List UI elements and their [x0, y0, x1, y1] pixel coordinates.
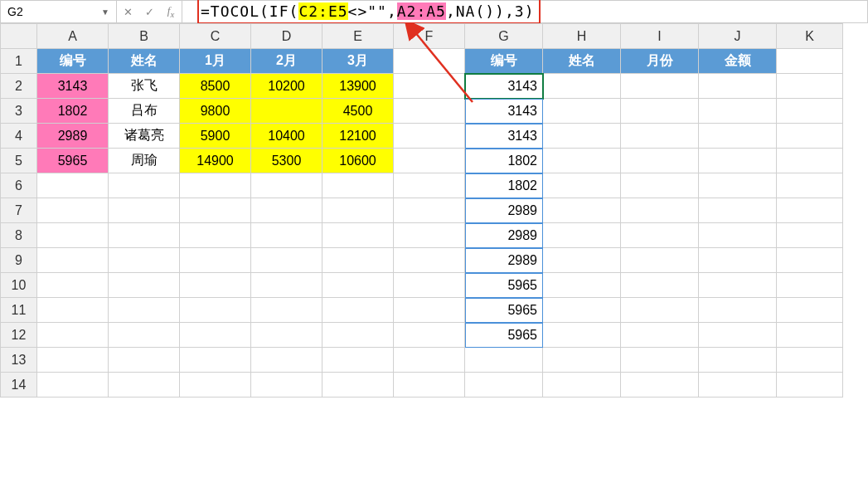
cell[interactable]	[621, 373, 699, 398]
cell[interactable]: 5965	[37, 149, 109, 173]
cell[interactable]	[394, 149, 465, 173]
cell[interactable]	[394, 173, 465, 198]
cell[interactable]	[543, 248, 621, 273]
cell[interactable]	[109, 348, 180, 373]
cell[interactable]	[251, 173, 322, 198]
cell[interactable]	[394, 49, 465, 74]
cell[interactable]	[37, 373, 109, 398]
cell[interactable]: 1月	[180, 49, 251, 74]
cell[interactable]	[699, 323, 777, 348]
cell[interactable]	[699, 99, 777, 124]
cell[interactable]: 2989	[465, 248, 543, 273]
cell[interactable]	[251, 223, 322, 248]
cell[interactable]	[180, 198, 251, 223]
cell[interactable]: 5965	[465, 273, 543, 298]
cell[interactable]	[621, 298, 699, 323]
row-header[interactable]: 7	[1, 198, 37, 223]
cell[interactable]	[777, 348, 843, 373]
col-header[interactable]: E	[322, 24, 394, 49]
cell[interactable]	[37, 323, 109, 348]
cell[interactable]	[621, 124, 699, 149]
cell[interactable]	[37, 198, 109, 223]
cell[interactable]	[621, 99, 699, 124]
cell[interactable]	[699, 124, 777, 149]
cell[interactable]	[251, 323, 322, 348]
cell[interactable]	[621, 248, 699, 273]
cell[interactable]	[777, 149, 843, 173]
select-all-corner[interactable]	[1, 24, 37, 49]
cell[interactable]	[180, 373, 251, 398]
confirm-icon[interactable]: ✓	[142, 6, 157, 18]
cell[interactable]: 9800	[180, 99, 251, 124]
cell[interactable]	[699, 74, 777, 99]
cell[interactable]	[465, 373, 543, 398]
cell[interactable]: 13900	[322, 74, 394, 99]
row-header[interactable]: 5	[1, 149, 37, 173]
cell[interactable]	[543, 124, 621, 149]
cell[interactable]	[777, 323, 843, 348]
cell[interactable]: 12100	[322, 124, 394, 149]
cell[interactable]	[322, 198, 394, 223]
cell[interactable]: 姓名	[109, 49, 180, 74]
cell[interactable]: 1802	[37, 99, 109, 124]
row-header[interactable]: 9	[1, 248, 37, 273]
cell[interactable]	[543, 99, 621, 124]
cell[interactable]	[109, 273, 180, 298]
cell[interactable]	[322, 273, 394, 298]
cell[interactable]	[322, 323, 394, 348]
cell[interactable]	[621, 323, 699, 348]
cell[interactable]	[777, 124, 843, 149]
cell[interactable]: 2989	[465, 223, 543, 248]
cell[interactable]: 编号	[37, 49, 109, 74]
cell[interactable]: 姓名	[543, 49, 621, 74]
cell[interactable]	[543, 223, 621, 248]
cell[interactable]	[621, 198, 699, 223]
col-header[interactable]: A	[37, 24, 109, 49]
cell[interactable]	[394, 273, 465, 298]
cell[interactable]: 4500	[322, 99, 394, 124]
spreadsheet-grid[interactable]: A B C D E F G H I J K 1 编号 姓名 1月 2月 3月 编…	[0, 23, 843, 398]
fx-icon[interactable]: fx	[163, 4, 178, 19]
name-box[interactable]: G2 ▼	[1, 1, 117, 22]
cell[interactable]: 8500	[180, 74, 251, 99]
cell[interactable]: 3143	[465, 124, 543, 149]
cell[interactable]: 3月	[322, 49, 394, 74]
cell[interactable]	[621, 348, 699, 373]
cell[interactable]	[621, 273, 699, 298]
cell[interactable]	[543, 348, 621, 373]
cell[interactable]: 周瑜	[109, 149, 180, 173]
col-header[interactable]: D	[251, 24, 322, 49]
name-box-dropdown-icon[interactable]: ▼	[101, 7, 109, 17]
cell[interactable]	[251, 198, 322, 223]
cell[interactable]: 张飞	[109, 74, 180, 99]
cell[interactable]: 5965	[465, 323, 543, 348]
cell[interactable]	[37, 173, 109, 198]
cell[interactable]	[621, 223, 699, 248]
cell[interactable]: 编号	[465, 49, 543, 74]
cell[interactable]	[777, 173, 843, 198]
cell[interactable]: 2989	[465, 198, 543, 223]
cell[interactable]	[322, 173, 394, 198]
cell[interactable]	[777, 373, 843, 398]
cell[interactable]	[394, 99, 465, 124]
cell[interactable]	[394, 124, 465, 149]
cell[interactable]	[543, 273, 621, 298]
cell[interactable]	[777, 49, 843, 74]
row-header[interactable]: 1	[1, 49, 37, 74]
cell[interactable]	[543, 149, 621, 173]
cell[interactable]	[777, 298, 843, 323]
cell[interactable]	[699, 348, 777, 373]
row-header[interactable]: 3	[1, 99, 37, 124]
cell[interactable]: 金额	[699, 49, 777, 74]
cell[interactable]	[180, 248, 251, 273]
cell[interactable]	[251, 348, 322, 373]
col-header[interactable]: F	[394, 24, 465, 49]
cell[interactable]	[621, 74, 699, 99]
cell[interactable]	[777, 99, 843, 124]
cell[interactable]: 5965	[465, 298, 543, 323]
cell[interactable]	[251, 298, 322, 323]
cell[interactable]	[699, 223, 777, 248]
cell[interactable]	[322, 348, 394, 373]
cell[interactable]	[251, 99, 322, 124]
cell[interactable]: 2月	[251, 49, 322, 74]
